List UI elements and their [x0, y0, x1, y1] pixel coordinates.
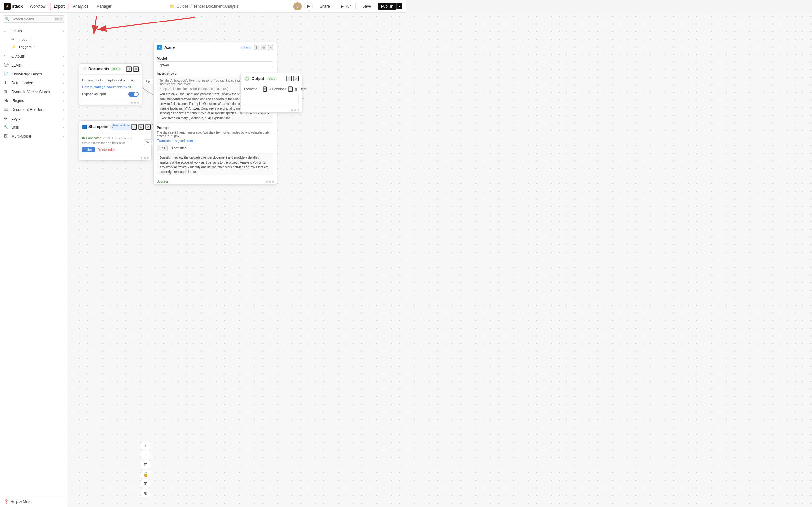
documents-settings-button[interactable]: ⚙: [126, 66, 132, 72]
output-clear-button[interactable]: 🗑 Clear: [295, 88, 306, 91]
azure-info-button[interactable]: ℹ: [254, 45, 259, 50]
sharepoint-badge: sharepointmb-0: [110, 123, 132, 130]
sharepoint-close-button[interactable]: ✕: [145, 124, 151, 130]
chevron-right-icon-dl: ›: [63, 81, 64, 85]
breadcrumb-page: Tender Document Analysis: [194, 4, 239, 9]
publish-caret[interactable]: ▾: [397, 3, 402, 9]
chevron-down-icon: ▾: [62, 30, 64, 33]
breadcrumb-icon: 📁: [170, 4, 174, 9]
sidebar-subitem-triggers[interactable]: ⚡ Triggers ›: [0, 43, 68, 51]
run-icon: ▶: [341, 4, 344, 9]
avatar: U: [293, 2, 302, 10]
azure-prompt-content: Question: review the uploaded tender doc…: [157, 153, 273, 175]
sidebar-item-logic[interactable]: ⚙ Logic ›: [0, 114, 68, 123]
azure-edit-tab[interactable]: Edit: [157, 145, 168, 151]
output-node-header: ◯ Output out-0 ℹ ✕: [241, 73, 302, 84]
run-button[interactable]: ▶ Run: [337, 3, 356, 10]
multi-modal-icon: 🖼: [4, 134, 9, 139]
sharepoint-delete-button[interactable]: Delete index: [97, 148, 115, 152]
chevron-right-icon-dvs: ›: [63, 90, 64, 94]
output-controls: ℹ ✕: [286, 76, 299, 81]
sharepoint-synced-text: Synced (Less than an hour ago): [82, 141, 148, 145]
tab-manager[interactable]: Manager: [93, 3, 115, 10]
doc-readers-icon: 📖: [4, 107, 9, 112]
tab-workflow[interactable]: Workflow: [26, 3, 49, 10]
node-sharepoint: 🟦 Sharepoint sharepointmb-0 ℹ ⚙ ✕ Connec…: [79, 120, 152, 161]
sidebar-item-multi-modal[interactable]: 🖼 Multi-Modal ›: [0, 132, 68, 141]
sidebar-subitem-label-triggers: Triggers: [18, 45, 32, 49]
search-shortcut: Ctrl K: [54, 17, 64, 21]
azure-prompt-label: Prompt: [157, 126, 273, 130]
download-icon: ⬇: [269, 88, 271, 91]
sidebar-item-label-outputs: Outputs: [11, 54, 61, 59]
output-title: Output: [252, 76, 264, 81]
tab-export[interactable]: Export: [50, 3, 68, 10]
output-node-body: Formatted ⧉ ⬇ Download ⋮ 🗑 Clear: [241, 84, 302, 108]
output-dot-2: [294, 109, 296, 111]
sidebar-item-label-data-loaders: Data Loaders: [11, 81, 61, 85]
sidebar-item-inputs[interactable]: ↓ Inputs ▾: [0, 26, 68, 36]
sharepoint-dot-2: [144, 157, 146, 159]
svg-line-5: [106, 17, 195, 29]
llms-icon: 💬: [4, 63, 9, 68]
sidebar-item-label-inputs: Inputs: [11, 29, 60, 33]
tab-analytics[interactable]: Analytics: [69, 3, 92, 10]
documents-close-button[interactable]: ✕: [133, 66, 139, 72]
azure-logo-icon: A: [157, 45, 162, 50]
documents-dot-2: [134, 102, 136, 104]
chevron-right-icon-mm: ›: [63, 135, 64, 138]
azure-dot-1: [266, 181, 268, 182]
sharepoint-index-button[interactable]: Index: [82, 147, 95, 153]
sidebar-item-llms[interactable]: 💬 LLMs ›: [0, 61, 68, 70]
knowledge-bases-icon: 📄: [4, 72, 9, 77]
output-download-button[interactable]: ⬇ Download: [269, 88, 286, 91]
play-icon-button[interactable]: ▶: [304, 2, 313, 11]
azure-footer: Success: [154, 178, 276, 184]
documents-toggle-row: Expose as input: [82, 92, 139, 97]
output-text-area: [244, 93, 299, 106]
output-close-button[interactable]: ✕: [293, 76, 299, 81]
sidebar-item-outputs[interactable]: ↑ Outputs ›: [0, 52, 68, 61]
app-logo: ⚡ stack: [4, 3, 22, 10]
chevron-right-icon-logic: ›: [63, 117, 64, 120]
breadcrumb-path: Guides: [176, 4, 189, 9]
sharepoint-dot-3: [147, 157, 149, 159]
output-info-button[interactable]: ℹ: [286, 76, 292, 81]
output-badge: out-0: [267, 77, 277, 80]
azure-settings-button[interactable]: ⚙: [261, 45, 266, 50]
sidebar-subitem-label-input: Input: [18, 38, 27, 41]
sidebar-subitem-input[interactable]: ✏ Input ⋮: [0, 36, 68, 43]
azure-formatted-tab[interactable]: Formatted: [169, 145, 189, 151]
sharepoint-settings-button[interactable]: ⚙: [138, 124, 144, 130]
triggers-icon: ⚡: [11, 45, 16, 49]
chevron-right-icon-kb: ›: [63, 72, 64, 76]
share-button[interactable]: Share: [316, 3, 334, 10]
sharepoint-controls: ℹ ⚙ ✕: [131, 124, 151, 130]
sidebar-item-plugins[interactable]: 🔌 Plugins ›: [0, 96, 68, 105]
azure-prompt-examples-link[interactable]: Examples of a good prompt: [157, 139, 195, 143]
sidebar-item-knowledge-bases[interactable]: 📄 Knowledge Bases ›: [0, 70, 68, 78]
sidebar-item-dynamic-vector-stores[interactable]: ⊞ Dynamic Vector Stores ›: [0, 88, 68, 96]
sidebar-item-document-readers[interactable]: 📖 Document Readers ›: [0, 105, 68, 114]
azure-close-button[interactable]: ✕: [268, 45, 273, 50]
sidebar-item-label-logic: Logic: [11, 116, 61, 121]
output-dot-1: [291, 109, 293, 111]
output-copy-button[interactable]: ⧉: [263, 86, 267, 92]
sidebar-item-data-loaders[interactable]: ⬇ Data Loaders ›: [0, 78, 68, 88]
documents-api-link[interactable]: How to manage documents by API: [82, 85, 133, 89]
plugins-icon: 🔌: [4, 98, 9, 103]
documents-badge: doc-0: [111, 67, 121, 71]
output-footer: [241, 108, 302, 112]
publish-button[interactable]: Publish: [378, 3, 397, 10]
outputs-icon: ↑: [4, 54, 9, 59]
azure-model-select[interactable]: gpt-4o: [157, 61, 273, 68]
sidebar-item-label-utils: Utils: [11, 125, 61, 130]
output-formatted-row: Formatted ⧉ ⬇ Download ⋮ 🗑 Clear: [244, 86, 299, 92]
sharepoint-info-button[interactable]: ℹ: [131, 124, 137, 130]
documents-node-header: 📄 Documents doc-0 ⚙ ✕: [79, 64, 142, 75]
save-button[interactable]: Save: [358, 3, 375, 10]
sidebar-item-label-llms: LLMs: [11, 63, 61, 67]
output-more-button[interactable]: ⋮: [288, 86, 293, 92]
sidebar-item-utils[interactable]: 🔧 Utils ›: [0, 123, 68, 132]
documents-toggle[interactable]: [129, 92, 139, 97]
